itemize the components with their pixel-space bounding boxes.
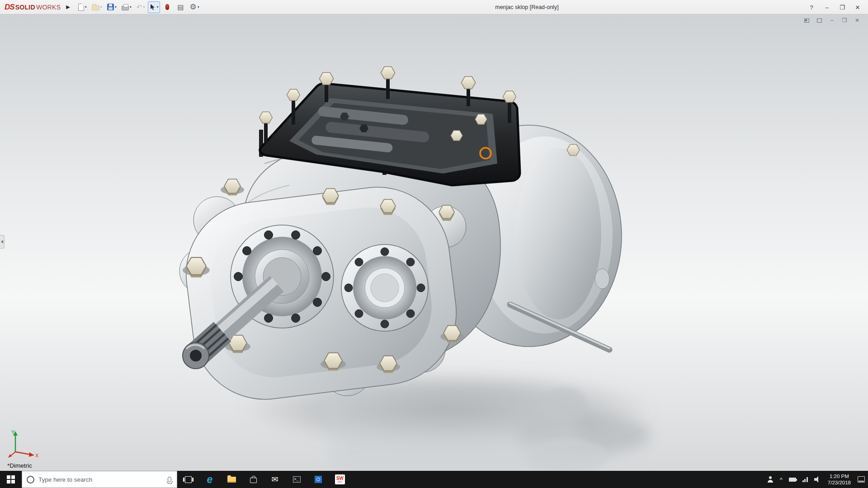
report-sheet-button[interactable]: ▤ [175,1,186,13]
save-button[interactable]: ▾ [105,1,118,13]
logo-works-text: WORKS [36,4,61,11]
person-icon [767,476,774,483]
select-tool-button[interactable]: ▾ [148,1,160,13]
folder-icon [227,477,236,483]
battery-icon [789,478,796,482]
options-button[interactable]: ⚙ ▾ [188,1,201,13]
chevron-down-icon: ▾ [130,5,132,9]
windows-logo-icon [7,475,15,483]
undo-arrow-icon: ↶ [137,4,142,10]
maximize-button[interactable]: ❐ [835,1,849,13]
task-view-button[interactable] [177,471,199,488]
printer-icon [122,6,129,10]
graphics-viewport[interactable]: – ❐ ✕ [0,14,868,471]
solidworks-app-icon: SW 2017 [335,474,345,484]
solidworks-logo: DS SOLID WORKS [5,3,61,12]
system-tray: ^ 1:20 PM 7/23/2018 [764,471,868,488]
chevron-up-icon: ^ [780,476,783,483]
triad-x-label: X [35,453,39,458]
ds-logo-mark: DS [5,3,14,12]
appearance-button[interactable] [161,1,173,13]
mail-envelope-icon: ✉ [271,474,278,484]
close-button[interactable]: ✕ [851,1,864,13]
doc-minimize-button[interactable]: – [828,17,835,23]
chevron-down-icon: ▾ [143,5,145,9]
people-button[interactable] [764,471,777,488]
open-folder-icon [92,5,99,10]
chevron-down-icon: ▾ [198,5,199,9]
battery-button[interactable] [786,471,799,488]
dock-window-button[interactable] [803,17,810,23]
start-button[interactable] [0,471,22,488]
float-window-button[interactable] [816,17,823,23]
open-button[interactable]: ▾ [90,1,104,13]
chevron-down-icon: ▾ [100,5,102,9]
view-orientation-label: *Dimetric [7,462,32,469]
taskbar-search[interactable] [22,471,177,488]
output-flange [341,244,428,331]
command-prompt-icon: >_ [293,476,301,483]
model-canvas [0,14,868,471]
select-cursor-icon [150,4,156,10]
task-view-icon [185,476,192,483]
windows-taskbar: e ✉ >_ SW 2017 ^ [0,471,868,488]
document-window-controls: – ❐ ✕ [803,17,861,23]
float-window-icon [817,19,822,23]
save-floppy-icon [107,4,114,10]
action-center-icon [858,476,865,483]
show-hidden-icons-button[interactable]: ^ [777,471,786,488]
sheet-icon: ▤ [177,4,184,10]
chevron-down-icon: ▾ [115,5,117,9]
quick-access-toolbar: ▾ ▾ ▾ ▾ ↶ ▾ ▾ [76,1,201,13]
store-bag-icon [250,478,257,483]
new-document-icon [78,4,84,11]
print-button[interactable]: ▾ [120,1,133,13]
cortana-icon [27,476,34,483]
store-button[interactable] [242,471,264,488]
solidworks-titlebar: DS SOLID WORKS ▶ ▾ ▾ ▾ ▾ ↶ [0,0,868,14]
logo-solid-text: SOLID [15,4,35,11]
doc-restore-button[interactable]: ❐ [841,17,848,23]
microphone-icon[interactable] [168,477,171,482]
featuremanager-collapse-tab[interactable] [0,235,5,249]
menu-expand-arrow-icon[interactable]: ▶ [66,4,70,10]
titlebar-window-controls: ? – ❐ ✕ [805,0,864,14]
gear-icon: ⚙ [189,3,196,11]
chevron-down-icon: ▾ [85,5,87,9]
network-button[interactable] [799,471,811,488]
clock-date: 7/23/2018 [828,479,851,486]
minimize-button[interactable]: – [820,1,834,13]
action-center-button[interactable] [854,471,868,488]
solidworks-app-button[interactable]: SW 2017 [329,471,351,488]
network-icon [802,477,808,482]
desktop: DS SOLID WORKS ▶ ▾ ▾ ▾ ▾ ↶ [0,0,868,488]
clock-time: 1:20 PM [830,473,849,479]
mail-button[interactable]: ✉ [264,471,286,488]
orientation-triad: Y X [5,428,41,460]
chevron-down-icon: ▾ [156,5,158,9]
triad-y-label: Y [11,429,15,435]
dock-window-icon [804,19,809,23]
speaker-icon [814,476,821,483]
doc-close-button[interactable]: ✕ [854,17,861,23]
volume-button[interactable] [811,471,824,488]
search-input[interactable] [38,476,164,483]
appearance-capsule-icon [165,4,169,10]
document-title: menjac sklop [Read-only] [495,0,558,14]
new-document-button[interactable]: ▾ [76,1,89,13]
command-prompt-button[interactable]: >_ [286,471,307,488]
edge-button[interactable]: e [199,471,221,488]
edge-icon: e [207,474,213,486]
help-button[interactable]: ? [805,1,818,13]
taskbar-clock[interactable]: 1:20 PM 7/23/2018 [824,471,854,488]
file-explorer-button[interactable] [221,471,242,488]
undo-button[interactable]: ↶ ▾ [135,1,147,13]
photos-button[interactable] [307,471,329,488]
photos-icon [315,476,322,483]
